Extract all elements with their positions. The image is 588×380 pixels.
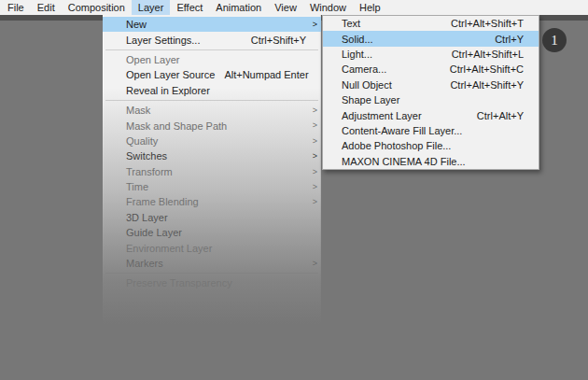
menu-item-label: Markers bbox=[126, 258, 163, 269]
menubar-item-label: Window bbox=[310, 2, 346, 13]
menu-item-camera[interactable]: Camera...Ctrl+Alt+Shift+C bbox=[323, 62, 539, 77]
menu-item-label: Guide Layer bbox=[126, 227, 182, 238]
menu-item-label: Shape Layer bbox=[342, 94, 399, 106]
menu-item-maxon-cinema-4d-file[interactable]: MAXON CINEMA 4D File... bbox=[323, 154, 539, 169]
menu-item-open-layer-source[interactable]: Open Layer SourceAlt+Numpad Enter bbox=[103, 67, 321, 82]
menubar-item-view[interactable]: View bbox=[268, 0, 303, 15]
step-badge: 1 bbox=[542, 28, 567, 52]
menu-item-label: Environment Layer bbox=[126, 243, 212, 254]
submenu-arrow-icon: > bbox=[306, 164, 317, 179]
menubar-item-label: Composition bbox=[68, 2, 125, 13]
menu-item-preserve-transparency[interactable]: Preserve Transparency bbox=[103, 275, 321, 290]
menu-item-switches[interactable]: Switches> bbox=[103, 148, 321, 163]
menubar-item-label: File bbox=[7, 2, 24, 13]
menu-item-shortcut: Ctrl+Alt+Shift+T bbox=[360, 18, 524, 29]
menubar-item-animation[interactable]: Animation bbox=[209, 0, 268, 15]
submenu-arrow-icon: > bbox=[306, 194, 317, 209]
menubar-item-label: Help bbox=[359, 2, 381, 13]
menubar-item-file[interactable]: File bbox=[1, 0, 31, 15]
layer-menu: New>Layer Settings...Ctrl+Shift+YOpen La… bbox=[103, 15, 321, 327]
menubar-item-layer[interactable]: Layer bbox=[132, 0, 171, 15]
menubar-item-effect[interactable]: Effect bbox=[170, 0, 209, 15]
menubar-item-help[interactable]: Help bbox=[353, 0, 387, 15]
menu-item-shortcut: Ctrl+Alt+Shift+Y bbox=[392, 79, 524, 91]
menu-item-label: MAXON CINEMA 4D File... bbox=[342, 156, 466, 167]
menubar-item-label: Layer bbox=[138, 2, 164, 13]
menu-item-label: Transform bbox=[126, 166, 173, 177]
menu-item-label: New bbox=[126, 19, 147, 30]
menu-item-quality[interactable]: Quality> bbox=[103, 134, 321, 148]
menubar-item-label: View bbox=[274, 2, 297, 13]
menu-item-shape-layer[interactable]: Shape Layer bbox=[323, 92, 539, 107]
menu-item-mask[interactable]: Mask> bbox=[103, 103, 321, 118]
menu-item-shortcut: Ctrl+Alt+Shift+L bbox=[372, 49, 524, 60]
menubar-item-label: Effect bbox=[176, 2, 203, 13]
menu-item-label: Preserve Transparency bbox=[126, 277, 232, 289]
menu-item-environment-layer[interactable]: Environment Layer bbox=[103, 240, 321, 255]
menu-item-reveal-in-explorer[interactable]: Reveal in Explorer bbox=[103, 83, 321, 98]
menu-item-label: Open Layer Source bbox=[126, 69, 215, 80]
submenu-arrow-icon: > bbox=[306, 103, 317, 118]
step-badge-label: 1 bbox=[551, 33, 558, 49]
menu-item-new[interactable]: New> bbox=[103, 17, 321, 32]
menu-item-label: Switches bbox=[126, 150, 167, 162]
menu-item-label: Reveal in Explorer bbox=[126, 85, 210, 96]
menu-item-frame-blending[interactable]: Frame Blending> bbox=[103, 194, 321, 209]
submenu-arrow-icon: > bbox=[306, 134, 317, 148]
menu-item-label: Quality bbox=[126, 135, 158, 147]
submenu-arrow-icon: > bbox=[306, 17, 317, 32]
menu-item-shortcut: Ctrl+Alt+Shift+C bbox=[386, 63, 524, 75]
menubar-item-label: Edit bbox=[37, 2, 55, 13]
menu-item-label: Solid... bbox=[342, 34, 373, 45]
menubar-item-composition[interactable]: Composition bbox=[62, 0, 132, 15]
menu-item-layer-settings[interactable]: Layer Settings...Ctrl+Shift+Y bbox=[103, 32, 321, 47]
menu-item-shortcut: Ctrl+Shift+Y bbox=[201, 35, 307, 46]
menubar-item-edit[interactable]: Edit bbox=[31, 0, 62, 15]
menu-item-label: 3D Layer bbox=[126, 212, 168, 223]
menu-item-transform[interactable]: Transform> bbox=[103, 164, 321, 179]
menu-item-adobe-photoshop-file[interactable]: Adobe Photoshop File... bbox=[323, 138, 539, 153]
menu-item-3d-layer[interactable]: 3D Layer bbox=[103, 210, 321, 225]
submenu-arrow-icon: > bbox=[306, 118, 317, 133]
menu-bar: FileEditCompositionLayerEffectAnimationV… bbox=[0, 0, 588, 15]
menubar-item-window[interactable]: Window bbox=[303, 0, 353, 15]
menubar-item-label: Animation bbox=[216, 2, 261, 13]
menu-item-open-layer[interactable]: Open Layer bbox=[103, 52, 321, 67]
menu-item-label: Adobe Photoshop File... bbox=[342, 140, 451, 151]
menu-item-label: Light... bbox=[342, 49, 372, 60]
menu-item-label: Mask and Shape Path bbox=[126, 120, 227, 132]
menu-item-shortcut: Alt+Numpad Enter bbox=[215, 69, 308, 80]
menu-item-shortcut: Ctrl+Alt+Y bbox=[422, 110, 524, 121]
menu-item-label: Layer Settings... bbox=[126, 35, 201, 46]
menu-item-time[interactable]: Time> bbox=[103, 179, 321, 194]
menu-item-mask-and-shape-path[interactable]: Mask and Shape Path> bbox=[103, 118, 321, 133]
menu-item-markers[interactable]: Markers> bbox=[103, 256, 321, 271]
menu-item-adjustment-layer[interactable]: Adjustment LayerCtrl+Alt+Y bbox=[323, 107, 539, 122]
new-submenu: TextCtrl+Alt+Shift+TSolid...Ctrl+YLight.… bbox=[322, 15, 539, 170]
submenu-arrow-icon: > bbox=[306, 256, 317, 271]
menu-item-label: Null Object bbox=[342, 79, 392, 91]
menu-item-label: Frame Blending bbox=[126, 196, 199, 207]
menu-item-content-aware-fill-layer[interactable]: Content-Aware Fill Layer... bbox=[323, 123, 539, 138]
menu-item-label: Open Layer bbox=[126, 54, 179, 65]
menu-item-solid[interactable]: Solid...Ctrl+Y bbox=[323, 31, 539, 46]
menu-item-label: Camera... bbox=[342, 63, 386, 75]
menu-item-light[interactable]: Light...Ctrl+Alt+Shift+L bbox=[323, 47, 539, 62]
menu-item-null-object[interactable]: Null ObjectCtrl+Alt+Shift+Y bbox=[323, 77, 539, 92]
menu-item-label: Time bbox=[126, 181, 148, 192]
menu-item-shortcut: Ctrl+Y bbox=[373, 34, 524, 45]
menu-item-text[interactable]: TextCtrl+Alt+Shift+T bbox=[323, 16, 539, 31]
submenu-arrow-icon: > bbox=[306, 148, 317, 163]
menu-item-label: Adjustment Layer bbox=[342, 110, 422, 121]
submenu-arrow-icon: > bbox=[306, 179, 317, 194]
menu-item-label: Mask bbox=[126, 105, 150, 116]
menu-item-label: Text bbox=[342, 18, 360, 29]
menu-item-label: Content-Aware Fill Layer... bbox=[342, 125, 462, 136]
menu-item-guide-layer[interactable]: Guide Layer bbox=[103, 225, 321, 240]
